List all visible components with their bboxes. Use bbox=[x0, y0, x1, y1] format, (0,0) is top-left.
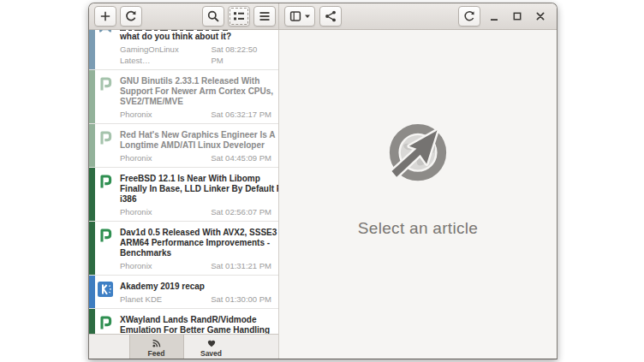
article-content-pane: Select an article bbox=[279, 30, 557, 359]
article-timestamp: Sat 01:31:21 PM bbox=[211, 260, 271, 271]
article-list[interactable]: what do you think about it? GamingOnLinu… bbox=[89, 30, 278, 334]
chevron-down-icon bbox=[304, 14, 311, 19]
article-list-pane: what do you think about it? GamingOnLinu… bbox=[89, 30, 279, 359]
feed-color-stripe bbox=[89, 309, 95, 334]
maximize-button[interactable] bbox=[508, 6, 527, 27]
list-mode-tab-bar: Feed Saved bbox=[89, 334, 278, 359]
sync-icon bbox=[462, 9, 476, 23]
article-title: what do you think about it? bbox=[120, 30, 271, 42]
article-title: XWayland Lands RandR/VidmodeEmulation Fo… bbox=[120, 315, 271, 334]
menu-button[interactable] bbox=[253, 6, 276, 27]
feed-color-stripe bbox=[89, 124, 95, 167]
maximize-icon bbox=[510, 9, 524, 23]
article-title-line: FreeBSD 12.1 Is Near With Libomp bbox=[120, 174, 271, 184]
article-row[interactable]: FreeBSD 12.1 Is Near With LibompFinally … bbox=[89, 168, 278, 222]
close-icon bbox=[534, 9, 547, 23]
add-feed-button[interactable] bbox=[94, 6, 116, 27]
article-feed-name: Phoronix bbox=[120, 260, 152, 271]
headerbar-content-section bbox=[279, 3, 557, 29]
share-button[interactable] bbox=[319, 6, 342, 27]
article-title-line: i386 bbox=[120, 194, 271, 205]
window-body: what do you think about it? GamingOnLinu… bbox=[89, 30, 557, 359]
feed-color-stripe bbox=[89, 168, 95, 221]
share-icon bbox=[324, 9, 337, 23]
sync-status-button[interactable] bbox=[458, 6, 480, 27]
refresh-icon bbox=[124, 9, 138, 23]
close-button[interactable] bbox=[531, 6, 550, 27]
article-row[interactable]: what do you think about it? GamingOnLinu… bbox=[89, 30, 278, 70]
article-timestamp: Sat 02:56:07 PM bbox=[211, 206, 271, 217]
feed-favicon bbox=[98, 76, 113, 92]
article-title: GNU Binutils 2.33.1 Released WithSupport… bbox=[120, 76, 271, 107]
article-row[interactable]: Red Hat's New Graphics Engineer Is ALong… bbox=[89, 124, 278, 168]
article-title-line: Benchmarks bbox=[120, 248, 271, 258]
feed-favicon bbox=[98, 130, 113, 145]
tab-feed-label: Feed bbox=[148, 349, 165, 358]
feed-color-stripe bbox=[89, 70, 95, 123]
article-feed-name: Planet KDE bbox=[120, 294, 162, 305]
search-button[interactable] bbox=[202, 6, 224, 27]
article-feed-name: GamingOnLinux Latest… bbox=[120, 44, 211, 66]
rss-icon bbox=[152, 338, 162, 348]
article-timestamp: Sat 04:45:09 PM bbox=[211, 152, 271, 163]
feed-favicon bbox=[98, 228, 113, 243]
article-timestamp: Sat 06:32:17 PM bbox=[211, 109, 271, 120]
refresh-button[interactable] bbox=[120, 6, 142, 27]
feed-favicon bbox=[98, 174, 113, 189]
article-view-icon bbox=[289, 9, 302, 23]
article-title: Red Hat's New Graphics Engineer Is ALong… bbox=[120, 130, 271, 151]
article-title-line: XWayland Lands RandR/Vidmode bbox=[120, 315, 271, 325]
article-feed-name: Phoronix bbox=[120, 109, 152, 120]
feed-color-stripe bbox=[89, 222, 95, 275]
article-title: Akademy 2019 recap bbox=[120, 282, 271, 292]
article-title-line: Dav1d 0.5 Released With AVX2, SSSE3 & bbox=[120, 228, 271, 238]
article-row[interactable]: Akademy 2019 recap Planet KDE Sat 01:30:… bbox=[89, 276, 278, 309]
article-title-line: GNU Binutils 2.33.1 Released With bbox=[120, 76, 271, 86]
clipped-title-fragment bbox=[120, 30, 271, 32]
feed-color-stripe bbox=[89, 30, 95, 69]
list-view-toggle-button[interactable] bbox=[228, 6, 250, 27]
article-feed-name: Phoronix bbox=[120, 152, 152, 163]
article-view-dropdown-button[interactable] bbox=[284, 6, 315, 27]
article-title-line: Finally In Base, LLD Linker By Default F… bbox=[120, 184, 271, 194]
menu-icon bbox=[258, 9, 271, 23]
minimize-icon bbox=[487, 9, 501, 23]
article-title-line: Red Hat's New Graphics Engineer Is A bbox=[120, 130, 271, 140]
article-title-line: ARM64 Performance Improvements - bbox=[120, 238, 271, 248]
article-timestamp: Sat 01:30:00 PM bbox=[211, 294, 271, 305]
feedreader-globe-cursor-logo bbox=[377, 116, 459, 199]
article-row[interactable]: XWayland Lands RandR/VidmodeEmulation Fo… bbox=[89, 309, 278, 334]
feed-favicon bbox=[98, 315, 113, 330]
tab-saved[interactable]: Saved bbox=[184, 335, 239, 359]
article-row[interactable]: Dav1d 0.5 Released With AVX2, SSSE3 &ARM… bbox=[89, 222, 278, 276]
feedreader-window: what do you think about it? GamingOnLinu… bbox=[88, 3, 558, 359]
article-row[interactable]: GNU Binutils 2.33.1 Released WithSupport… bbox=[89, 70, 278, 124]
tab-feed[interactable]: Feed bbox=[129, 335, 184, 359]
article-title: Dav1d 0.5 Released With AVX2, SSSE3 &ARM… bbox=[120, 228, 271, 258]
headerbar bbox=[89, 3, 557, 30]
article-title-line: Longtime AMD/ATI Linux Developer bbox=[120, 140, 271, 151]
feed-favicon bbox=[98, 282, 113, 297]
article-timestamp: Sat 08:22:50 PM bbox=[211, 44, 271, 66]
article-title: FreeBSD 12.1 Is Near With LibompFinally … bbox=[120, 174, 271, 205]
plus-icon bbox=[98, 9, 112, 23]
feed-color-stripe bbox=[89, 276, 95, 308]
tab-saved-label: Saved bbox=[200, 349, 222, 358]
article-title-line: Emulation For Better Game Handling bbox=[120, 325, 271, 334]
article-title-line: SVE2/TME/MVE bbox=[120, 97, 271, 107]
feed-favicon bbox=[98, 30, 113, 37]
search-icon bbox=[206, 9, 220, 23]
list-view-icon bbox=[232, 9, 246, 23]
minimize-button[interactable] bbox=[485, 6, 504, 27]
placeholder-text: Select an article bbox=[358, 219, 478, 238]
headerbar-list-section bbox=[89, 3, 279, 29]
article-title-line: what do you think about it? bbox=[120, 32, 271, 42]
heart-icon bbox=[206, 338, 217, 348]
article-title-line: Support For Newer Arm Cortex CPUs, bbox=[120, 86, 271, 97]
article-title-line: Akademy 2019 recap bbox=[120, 282, 271, 292]
article-feed-name: Phoronix bbox=[120, 206, 152, 217]
